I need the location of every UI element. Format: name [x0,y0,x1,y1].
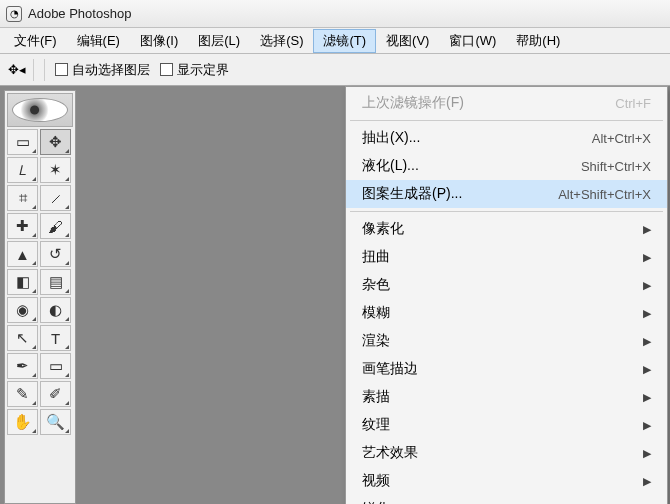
menu-v[interactable]: 视图(V) [376,29,439,53]
tool-gradient[interactable]: ▤ [40,269,71,295]
tool-heal[interactable]: ✚ [7,213,38,239]
show-bounds-label: 显示定界 [177,61,229,79]
filter-menu-dropdown: 上次滤镜操作(F)Ctrl+F抽出(X)...Alt+Ctrl+X液化(L)..… [345,86,668,504]
tool-brush[interactable]: 🖌 [40,213,71,239]
ps-eye-icon [12,98,68,122]
submenu-arrow-icon: ▶ [643,279,651,292]
submenu-arrow-icon: ▶ [643,223,651,236]
submenu-arrow-icon: ▶ [643,447,651,460]
menu-separator [350,211,663,212]
menu-item-渲染[interactable]: 渲染▶ [346,327,667,355]
tool-stamp[interactable]: ▲ [7,241,38,267]
active-tool-icon: ✥◂ [6,59,34,81]
menu-item-抽出X[interactable]: 抽出(X)...Alt+Ctrl+X [346,124,667,152]
tool-blur[interactable]: ◉ [7,297,38,323]
tool-move[interactable]: ✥ [40,129,71,155]
options-bar: ✥◂ 自动选择图层 显示定界 [0,54,670,86]
menu-t[interactable]: 滤镜(T) [313,29,376,53]
menubar: 文件(F)编辑(E)图像(I)图层(L)选择(S)滤镜(T)视图(V)窗口(W)… [0,28,670,54]
tool-marquee[interactable]: ▭ [7,129,38,155]
menu-item-label: 锐化 [362,500,390,504]
menu-item-label: 杂色 [362,276,390,294]
menu-item-label: 抽出(X)... [362,129,420,147]
workspace: ▭✥𝘓✶⌗⟋✚🖌▲↺◧▤◉◐↖T✒▭✎✐✋🔍 上次滤镜操作(F)Ctrl+F抽出… [0,86,670,504]
menu-item-label: 扭曲 [362,248,390,266]
tool-shape[interactable]: ▭ [40,353,71,379]
menu-item-label: 上次滤镜操作(F) [362,94,464,112]
menu-l[interactable]: 图层(L) [188,29,250,53]
tool-type[interactable]: T [40,325,71,351]
tool-notes[interactable]: ✎ [7,381,38,407]
submenu-arrow-icon: ▶ [643,251,651,264]
tool-eyedrop[interactable]: ✐ [40,381,71,407]
menu-item-label: 视频 [362,472,390,490]
tool-eraser[interactable]: ◧ [7,269,38,295]
menu-shortcut: Ctrl+F [615,96,651,111]
checkbox-box [55,63,68,76]
menu-item-液化L[interactable]: 液化(L)...Shift+Ctrl+X [346,152,667,180]
tool-history[interactable]: ↺ [40,241,71,267]
toolbox-header [7,93,73,127]
menu-shortcut: Alt+Shift+Ctrl+X [558,187,651,202]
titlebar: ◔ Adobe Photoshop [0,0,670,28]
app-title: Adobe Photoshop [28,6,131,21]
menu-item-像素化[interactable]: 像素化▶ [346,215,667,243]
submenu-arrow-icon: ▶ [643,363,651,376]
menu-e[interactable]: 编辑(E) [67,29,130,53]
menu-shortcut: Alt+Ctrl+X [592,131,651,146]
tool-wand[interactable]: ✶ [40,157,71,183]
menu-item-素描[interactable]: 素描▶ [346,383,667,411]
menu-item-模糊[interactable]: 模糊▶ [346,299,667,327]
menu-s[interactable]: 选择(S) [250,29,313,53]
menu-f[interactable]: 文件(F) [4,29,67,53]
menu-item-艺术效果[interactable]: 艺术效果▶ [346,439,667,467]
menu-item-label: 像素化 [362,220,404,238]
submenu-arrow-icon: ▶ [643,307,651,320]
submenu-arrow-icon: ▶ [643,391,651,404]
menu-item-label: 液化(L)... [362,157,419,175]
tool-pen[interactable]: ✒ [7,353,38,379]
submenu-arrow-icon: ▶ [643,475,651,488]
menu-item-杂色[interactable]: 杂色▶ [346,271,667,299]
menu-item-扭曲[interactable]: 扭曲▶ [346,243,667,271]
menu-item-锐化[interactable]: 锐化▶ [346,495,667,504]
auto-select-layer-checkbox[interactable]: 自动选择图层 [55,61,150,79]
tool-slice[interactable]: ⟋ [40,185,71,211]
menu-item-label: 素描 [362,388,390,406]
auto-select-label: 自动选择图层 [72,61,150,79]
menu-item-label: 模糊 [362,304,390,322]
app-icon: ◔ [6,6,22,22]
menu-item-画笔描边[interactable]: 画笔描边▶ [346,355,667,383]
menu-item-label: 纹理 [362,416,390,434]
menu-item-label: 图案生成器(P)... [362,185,462,203]
toolbox: ▭✥𝘓✶⌗⟋✚🖌▲↺◧▤◉◐↖T✒▭✎✐✋🔍 [4,90,76,504]
menu-item-视频[interactable]: 视频▶ [346,467,667,495]
menu-item-label: 艺术效果 [362,444,418,462]
checkbox-box [160,63,173,76]
tool-crop[interactable]: ⌗ [7,185,38,211]
menu-w[interactable]: 窗口(W) [439,29,506,53]
tool-dodge[interactable]: ◐ [40,297,71,323]
tool-hand[interactable]: ✋ [7,409,38,435]
menu-item-上次滤镜操作F: 上次滤镜操作(F)Ctrl+F [346,89,667,117]
menu-item-label: 渲染 [362,332,390,350]
show-bounds-checkbox[interactable]: 显示定界 [160,61,229,79]
menu-i[interactable]: 图像(I) [130,29,188,53]
tool-lasso[interactable]: 𝘓 [7,157,38,183]
tool-path[interactable]: ↖ [7,325,38,351]
menu-item-纹理[interactable]: 纹理▶ [346,411,667,439]
menu-shortcut: Shift+Ctrl+X [581,159,651,174]
menu-separator [350,120,663,121]
menu-h[interactable]: 帮助(H) [506,29,570,53]
tool-zoom[interactable]: 🔍 [40,409,71,435]
menu-item-label: 画笔描边 [362,360,418,378]
submenu-arrow-icon: ▶ [643,419,651,432]
menu-item-图案生成器P[interactable]: 图案生成器(P)...Alt+Shift+Ctrl+X [346,180,667,208]
submenu-arrow-icon: ▶ [643,335,651,348]
